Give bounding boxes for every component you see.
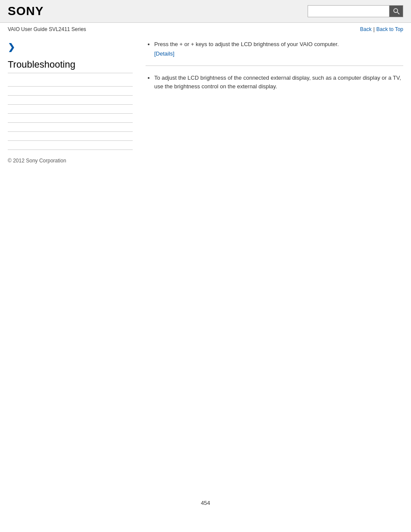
search-icon: [393, 8, 400, 15]
sidebar-item-6[interactable]: [8, 123, 133, 132]
svg-line-1: [397, 12, 399, 15]
sidebar-footer: © 2012 Sony Corporation: [8, 158, 133, 164]
content-area: Press the + or + keys to adjust the LCD …: [141, 40, 403, 164]
sidebar-item-4[interactable]: [8, 105, 133, 114]
sidebar-item-5[interactable]: [8, 114, 133, 123]
nav-links: Back | Back to Top: [360, 26, 403, 32]
sidebar-item-7[interactable]: [8, 132, 133, 141]
back-to-top-link[interactable]: Back to Top: [377, 26, 403, 32]
guide-title: VAIO User Guide SVL2411 Series: [8, 26, 86, 32]
sidebar-section-title: Troubleshooting: [8, 59, 133, 73]
back-link[interactable]: Back: [360, 26, 372, 32]
list-item-1: Press the + or + keys to adjust the LCD …: [154, 40, 403, 58]
nav-separator: |: [373, 26, 374, 32]
sidebar-item-1[interactable]: [8, 78, 133, 87]
sub-header: VAIO User Guide SVL2411 Series Back | Ba…: [0, 23, 411, 36]
content-list-2: To adjust the LCD brightness of the conn…: [146, 74, 403, 90]
key-combo-1: + or +: [180, 41, 196, 47]
sidebar-item-3[interactable]: [8, 96, 133, 105]
search-button[interactable]: [389, 5, 403, 17]
bullet1-text: Press the + or + keys to adjust the LCD …: [154, 41, 339, 47]
search-area: [308, 5, 403, 17]
header: SONY: [0, 0, 411, 23]
sidebar: ❯ Troubleshooting © 2012 Sony Corporatio…: [8, 40, 141, 164]
search-input[interactable]: [308, 5, 389, 17]
sidebar-item-8[interactable]: [8, 141, 133, 150]
list-item-2: To adjust the LCD brightness of the conn…: [154, 74, 403, 90]
sidebar-item-2[interactable]: [8, 87, 133, 96]
sidebar-chevron[interactable]: ❯: [8, 42, 133, 52]
content-divider: [146, 65, 403, 66]
main-content: ❯ Troubleshooting © 2012 Sony Corporatio…: [0, 36, 411, 168]
details-link[interactable]: [Details]: [154, 50, 403, 58]
svg-point-0: [394, 9, 398, 12]
page-number: 454: [0, 491, 411, 515]
content-list: Press the + or + keys to adjust the LCD …: [146, 40, 403, 58]
sony-logo: SONY: [8, 4, 44, 18]
